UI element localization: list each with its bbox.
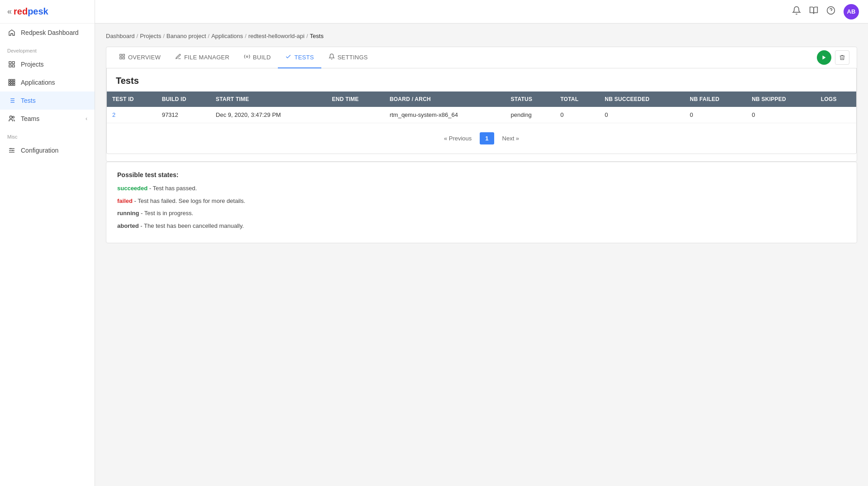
svg-rect-31 <box>123 57 124 59</box>
svg-point-20 <box>12 116 14 118</box>
overview-icon <box>119 53 125 61</box>
applications-icon <box>7 78 16 87</box>
tab-actions <box>817 50 851 65</box>
breadcrumb-applications[interactable]: Applications <box>211 33 243 39</box>
page-1-button[interactable]: 1 <box>480 132 494 144</box>
tab-tests[interactable]: TESTS <box>278 47 321 68</box>
state-item-failed: failed - Test has failed. See logs for m… <box>117 197 846 206</box>
svg-rect-4 <box>9 79 10 81</box>
cell-board-arch: rtm_qemu-system-x86_64 <box>384 107 506 123</box>
tab-settings-label: SETTINGS <box>338 54 368 61</box>
tabs-row: OVERVIEW FILE MANAGER BUILD <box>106 47 857 68</box>
notifications-icon[interactable] <box>792 6 801 17</box>
home-icon <box>7 28 16 37</box>
tab-tests-label: TESTS <box>294 54 314 61</box>
help-icon[interactable] <box>826 6 835 17</box>
state-name-succeeded: succeeded <box>117 185 148 192</box>
user-avatar[interactable]: AB <box>844 4 859 19</box>
svg-rect-10 <box>9 84 10 85</box>
cell-nb-skipped: 0 <box>746 107 816 123</box>
content-area: Dashboard / Projects / Banano project / … <box>95 24 868 486</box>
breadcrumb-dashboard[interactable]: Dashboard <box>106 33 135 39</box>
sidebar-item-tests[interactable]: Tests <box>0 91 95 110</box>
breadcrumb-sep-5: / <box>306 33 308 39</box>
svg-rect-30 <box>120 57 122 59</box>
cell-build-id: 97312 <box>157 107 210 123</box>
tests-icon <box>7 96 16 105</box>
state-desc-aborted: The test has been cancelled manually. <box>144 222 244 229</box>
breadcrumb-banano[interactable]: Banano project <box>167 33 206 39</box>
pagination: « Previous 1 Next » <box>107 123 856 154</box>
svg-rect-9 <box>13 82 14 83</box>
state-name-failed: failed <box>117 197 133 204</box>
svg-rect-29 <box>123 54 124 56</box>
tests-card: Tests TEST ID BUILD ID START TIME END TI… <box>106 68 857 154</box>
tab-settings[interactable]: SETTINGS <box>321 47 375 68</box>
state-desc-failed: Test has failed. See logs for more detai… <box>138 197 245 204</box>
tests-table-body: 2 97312 Dec 9, 2020, 3:47:29 PM rtm_qemu… <box>107 107 856 123</box>
previous-page-button[interactable]: « Previous <box>439 132 477 144</box>
cell-nb-failed: 0 <box>684 107 746 123</box>
delete-button[interactable] <box>835 50 849 65</box>
tab-overview[interactable]: OVERVIEW <box>112 47 168 68</box>
teams-icon <box>7 114 16 123</box>
run-button[interactable] <box>817 50 831 65</box>
sidebar-logo: « redpesk <box>0 0 95 24</box>
tests-card-title: Tests <box>107 68 856 91</box>
svg-rect-7 <box>9 82 10 83</box>
cell-total: 0 <box>555 107 599 123</box>
test-states-list: succeeded - Test has passed.failed - Tes… <box>117 184 846 230</box>
col-nb-failed: NB FAILED <box>684 91 746 107</box>
tab-build[interactable]: BUILD <box>237 47 278 68</box>
breadcrumb-app-name[interactable]: redtest-helloworld-api <box>248 33 305 39</box>
breadcrumb-sep-2: / <box>163 33 165 39</box>
svg-rect-3 <box>12 65 14 67</box>
state-sep-succeeded: - <box>148 185 153 192</box>
state-sep-aborted: - <box>139 222 144 229</box>
col-total: TOTAL <box>555 91 599 107</box>
sidebar-item-teams[interactable]: Teams ‹ <box>0 110 95 128</box>
sidebar-item-configuration[interactable]: Configuration <box>0 141 95 159</box>
tests-table: TEST ID BUILD ID START TIME END TIME BOA… <box>107 91 856 123</box>
col-status: STATUS <box>506 91 555 107</box>
book-icon[interactable] <box>809 6 818 17</box>
breadcrumb-projects[interactable]: Projects <box>140 33 161 39</box>
tab-build-label: BUILD <box>253 54 271 61</box>
cell-test-id: 2 <box>107 107 157 123</box>
svg-rect-0 <box>9 62 11 64</box>
next-page-button[interactable]: Next » <box>497 132 525 144</box>
sidebar-item-projects-label: Projects <box>21 61 44 68</box>
cell-status: pending <box>506 107 555 123</box>
table-row: 2 97312 Dec 9, 2020, 3:47:29 PM rtm_qemu… <box>107 107 856 123</box>
state-item-succeeded: succeeded - Test has passed. <box>117 184 846 193</box>
col-build-id: BUILD ID <box>157 91 210 107</box>
sidebar-item-applications[interactable]: Applications <box>0 73 95 91</box>
svg-rect-5 <box>11 79 12 81</box>
state-desc-succeeded: Test has passed. <box>153 185 197 192</box>
sidebar-collapse-button[interactable]: « <box>7 7 12 16</box>
projects-icon <box>7 60 16 69</box>
col-board-arch: BOARD / ARCH <box>384 91 506 107</box>
tab-file-manager[interactable]: FILE MANAGER <box>168 47 237 68</box>
svg-point-32 <box>246 56 248 58</box>
svg-rect-11 <box>11 84 12 85</box>
breadcrumb-sep-4: / <box>245 33 247 39</box>
test-id-link[interactable]: 2 <box>112 111 115 118</box>
col-nb-succeeded: NB SUCCEEDED <box>599 91 684 107</box>
tests-table-container: TEST ID BUILD ID START TIME END TIME BOA… <box>107 91 856 123</box>
development-section-label: Development <box>0 42 95 55</box>
sidebar-item-configuration-label: Configuration <box>21 147 58 154</box>
sidebar-item-tests-label: Tests <box>21 97 36 104</box>
svg-rect-8 <box>11 82 12 83</box>
sidebar-item-dashboard-label: Redpesk Dashboard <box>21 29 79 36</box>
breadcrumb-sep-1: / <box>137 33 138 39</box>
sidebar-item-applications-label: Applications <box>21 79 55 86</box>
sidebar-item-dashboard[interactable]: Redpesk Dashboard <box>0 24 95 42</box>
state-item-aborted: aborted - The test has been cancelled ma… <box>117 221 846 231</box>
sidebar-item-projects[interactable]: Projects <box>0 55 95 73</box>
tabs-card: OVERVIEW FILE MANAGER BUILD <box>106 47 857 162</box>
test-states-title: Possible test states: <box>117 171 846 178</box>
teams-chevron-icon: ‹ <box>86 115 87 122</box>
test-states-card: Possible test states: succeeded - Test h… <box>106 162 857 243</box>
cell-logs <box>816 107 856 123</box>
